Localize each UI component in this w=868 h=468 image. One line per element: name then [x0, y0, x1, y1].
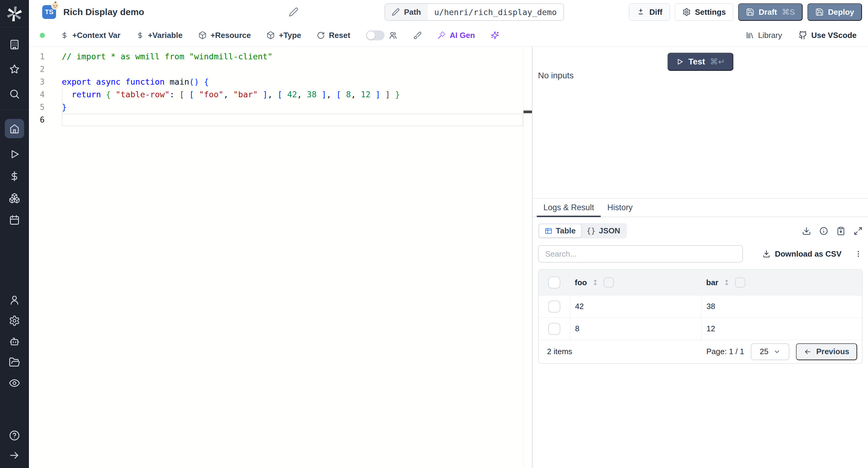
assistant-sparkles-button[interactable]	[491, 31, 499, 39]
line-number: 5	[29, 101, 44, 113]
column-toggle-foo[interactable]	[604, 277, 614, 288]
help-icon[interactable]	[8, 430, 21, 441]
overview-cursor-mark	[524, 110, 532, 113]
code-text	[62, 63, 523, 76]
previous-page-button[interactable]: Previous	[796, 343, 857, 360]
column-toggle-bar[interactable]	[735, 277, 745, 288]
code-editor[interactable]: 1// import * as wmill from "windmill-cli…	[29, 47, 532, 468]
dollar-icon	[136, 31, 144, 39]
table-header-row: foo bar	[538, 270, 862, 295]
view-json-option[interactable]: {} JSON	[581, 224, 626, 237]
items-count: 2 items	[547, 347, 572, 356]
use-vscode-button[interactable]: Use VScode	[798, 31, 857, 40]
view-toggle: Table {} JSON	[538, 223, 627, 238]
sparkles-icon	[491, 31, 499, 39]
line-number: 4	[29, 88, 44, 101]
deploy-button[interactable]: Deploy	[807, 3, 862, 21]
test-label: Test	[688, 57, 705, 67]
package-icon	[198, 31, 207, 39]
windmill-app: TS Rich Display demo Path	[0, 0, 868, 468]
diff-button[interactable]: Diff	[629, 3, 670, 21]
edit-summary-button[interactable]	[289, 7, 299, 17]
add-type-button[interactable]: +Type	[267, 31, 301, 40]
sidebar-item-home[interactable]	[5, 119, 24, 138]
indent-guide	[62, 88, 62, 113]
right-panel: Test ⌘↵ No inputs Logs & Result History	[532, 47, 868, 468]
sidebar	[0, 0, 29, 468]
draft-label: Draft	[758, 7, 777, 17]
line-number: 3	[29, 76, 44, 88]
run-section: Test ⌘↵ No inputs	[532, 47, 868, 198]
column-header-bar: bar	[706, 278, 718, 287]
result-tabs: Logs & Result History	[532, 198, 868, 217]
boxes-icon	[9, 193, 20, 204]
search-icon[interactable]	[8, 88, 21, 100]
sort-icon[interactable]	[591, 278, 599, 287]
arrow-left-icon	[804, 348, 812, 356]
add-context-var-button[interactable]: +Context Var	[61, 31, 121, 40]
code-text: export async function main() {	[62, 76, 523, 88]
view-table-option[interactable]: Table	[539, 224, 581, 237]
users-icon	[389, 31, 398, 40]
table-footer: 2 items Page: 1 / 1 25 Pre	[538, 340, 862, 363]
sidebar-item-resources[interactable]	[8, 192, 21, 204]
clipboard-copy-icon[interactable]	[836, 227, 845, 235]
row-checkbox[interactable]	[548, 301, 560, 312]
code-lines: 1// import * as wmill from "windmill-cli…	[29, 50, 532, 126]
result-section: Logs & Result History Table {}	[532, 198, 868, 468]
sidebar-item-folders[interactable]	[8, 356, 21, 368]
path-editor[interactable]: Path u/henri/rich_display_demo	[384, 3, 564, 21]
page-size-select[interactable]: 25	[751, 343, 789, 360]
user-icon	[9, 294, 20, 306]
cell-bar: 12	[701, 318, 862, 340]
sidebar-item-variables[interactable]	[8, 170, 21, 182]
select-all-checkbox[interactable]	[548, 276, 560, 289]
workspace-building-icon[interactable]	[8, 38, 21, 51]
download-icon[interactable]	[802, 227, 811, 235]
page-title: Rich Display demo	[63, 7, 144, 17]
download-csv-button[interactable]: Download as CSV	[762, 249, 841, 259]
diff-icon	[637, 8, 645, 16]
info-icon[interactable]	[819, 227, 828, 235]
sidebar-item-runs[interactable]	[8, 148, 21, 160]
settings-button[interactable]: Settings	[675, 3, 734, 21]
tab-history[interactable]: History	[601, 198, 639, 216]
gear-icon	[682, 8, 691, 16]
windmill-logo[interactable]	[0, 0, 29, 27]
search-input[interactable]	[538, 245, 743, 263]
path-value: u/henri/rich_display_demo	[428, 4, 563, 20]
sidebar-item-user[interactable]	[8, 294, 21, 306]
test-shortcut: ⌘↵	[710, 57, 725, 67]
add-resource-button[interactable]: +Resource	[198, 31, 251, 40]
row-checkbox[interactable]	[548, 323, 560, 335]
library-button[interactable]: Library	[746, 31, 782, 40]
rotate-cw-icon	[317, 31, 325, 39]
add-variable-button[interactable]: +Variable	[136, 31, 183, 40]
table-row: 812	[538, 317, 862, 340]
multiplayer-toggle[interactable]	[366, 30, 384, 40]
expand-sidebar-icon[interactable]	[8, 449, 21, 461]
save-icon	[815, 8, 824, 16]
code-line: 4 return { "table-row": [ [ "foo", "bar"…	[29, 88, 532, 101]
expand-icon[interactable]	[854, 227, 863, 235]
favorites-star-icon[interactable]	[8, 63, 21, 75]
format-button[interactable]	[413, 31, 422, 39]
ai-gen-button[interactable]: AI Gen	[437, 31, 475, 40]
robot-icon	[9, 336, 20, 347]
sidebar-item-settings[interactable]	[8, 315, 21, 327]
sidebar-item-audit[interactable]	[8, 377, 21, 389]
sort-icon[interactable]	[723, 278, 731, 287]
code-text	[62, 113, 523, 126]
status-dot	[40, 33, 45, 38]
tab-logs-result[interactable]: Logs & Result	[537, 198, 601, 216]
sidebar-item-workers[interactable]	[8, 335, 21, 347]
test-button[interactable]: Test ⌘↵	[667, 53, 733, 71]
reset-button[interactable]: Reset	[317, 31, 350, 40]
gear-icon	[9, 315, 20, 327]
toggle-knob	[367, 31, 375, 39]
kebab-menu-icon[interactable]	[854, 250, 863, 258]
draft-button[interactable]: Draft ⌘S	[738, 3, 803, 21]
line-number: 2	[29, 63, 44, 76]
chevron-down-icon	[773, 348, 781, 355]
sidebar-item-schedules[interactable]	[8, 214, 21, 226]
